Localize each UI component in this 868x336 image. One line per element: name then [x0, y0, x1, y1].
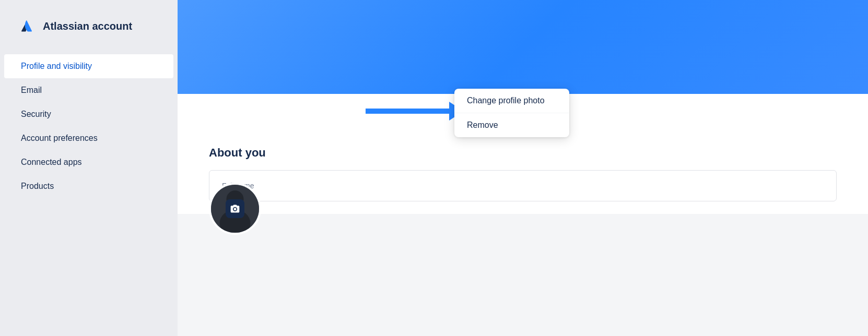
remove-photo-button[interactable]: Remove — [454, 113, 569, 137]
profile-header: Change profile photo Remove About you Fu… — [178, 0, 868, 214]
avatar[interactable] — [209, 183, 261, 235]
arrow-shaft — [366, 109, 449, 114]
sidebar-item-products[interactable]: Products — [4, 174, 173, 198]
sidebar-title: Atlassian account — [43, 20, 132, 32]
atlassian-logo-icon — [17, 17, 36, 35]
avatar-camera-overlay[interactable] — [211, 185, 259, 233]
about-section: About you Full name — [209, 146, 837, 201]
photo-dropdown-menu: Change profile photo Remove — [454, 89, 569, 137]
sidebar: Atlassian account Profile and visibility… — [0, 0, 178, 336]
sidebar-item-connected-apps[interactable]: Connected apps — [4, 150, 173, 174]
svg-point-3 — [234, 208, 237, 210]
sidebar-item-security[interactable]: Security — [4, 102, 173, 126]
sidebar-item-account-preferences[interactable]: Account preferences — [4, 126, 173, 150]
change-profile-photo-button[interactable]: Change profile photo — [454, 89, 569, 113]
sidebar-item-profile[interactable]: Profile and visibility — [4, 54, 173, 78]
sidebar-item-email[interactable]: Email — [4, 78, 173, 102]
camera-icon-box — [226, 199, 244, 218]
camera-icon — [230, 203, 240, 214]
about-title: About you — [209, 146, 837, 160]
arrow-indicator — [366, 102, 464, 121]
sidebar-header: Atlassian account — [0, 17, 178, 54]
full-name-card: Full name — [209, 170, 837, 201]
profile-banner — [178, 0, 868, 94]
main-content: Change profile photo Remove About you Fu… — [178, 0, 868, 336]
sidebar-navigation: Profile and visibility Email Security Ac… — [0, 54, 178, 198]
